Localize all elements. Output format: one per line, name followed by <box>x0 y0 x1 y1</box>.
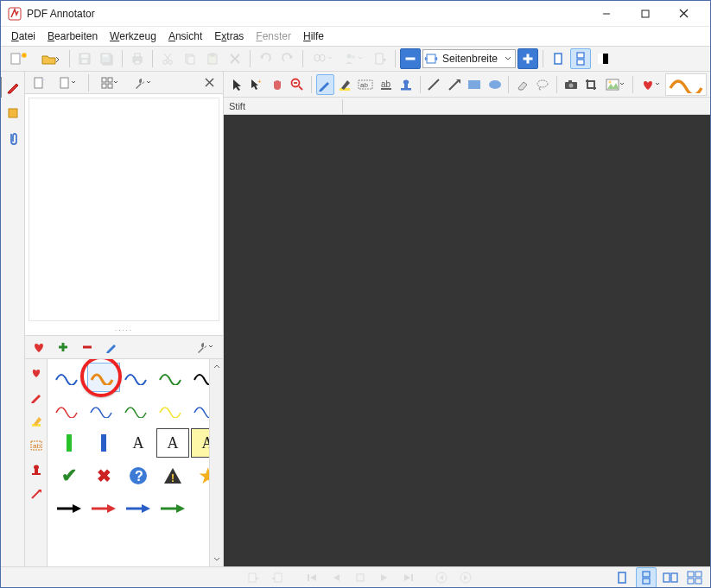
cursor-tool[interactable] <box>227 74 245 95</box>
zoom-in-button[interactable] <box>517 48 538 69</box>
close-panel-button[interactable] <box>199 73 219 93</box>
favorite-heart-button[interactable] <box>29 337 49 357</box>
rectangle-tool[interactable] <box>465 74 483 95</box>
zoom-out-tool[interactable] <box>288 74 306 95</box>
highlighter-tool[interactable] <box>336 74 354 95</box>
cat-pen-red-icon[interactable] <box>28 387 45 408</box>
cat-text-icon[interactable]: ab <box>28 435 45 456</box>
nav-stop-button[interactable] <box>350 567 371 588</box>
people-button[interactable] <box>339 48 368 69</box>
fav-squiggle-yellow-thin[interactable] <box>156 395 189 425</box>
fav-letter-box[interactable]: A <box>156 428 189 458</box>
fav-squiggle-green[interactable] <box>156 363 189 392</box>
zoom-out-button[interactable] <box>400 48 421 69</box>
cat-arrow-icon[interactable] <box>28 484 45 504</box>
fav-highlight-green[interactable] <box>53 428 86 458</box>
fav-arrow-blue[interactable] <box>122 494 155 523</box>
cut-button[interactable] <box>157 48 178 69</box>
delete-button[interactable] <box>225 48 245 69</box>
dark-contrast-button[interactable] <box>593 48 613 69</box>
menu-file[interactable]: DDateiatei <box>6 28 41 44</box>
menu-extras[interactable]: Extras <box>209 28 249 44</box>
continuous-page-button[interactable] <box>570 48 591 69</box>
cat-highlighter-icon[interactable] <box>28 411 45 432</box>
zoom-combo-dropdown[interactable] <box>501 50 515 67</box>
document-canvas[interactable] <box>224 115 710 566</box>
menu-window[interactable]: Fenster <box>251 28 296 44</box>
favorites-settings-button[interactable] <box>190 337 219 357</box>
fav-squiggle-red-thin[interactable] <box>53 395 86 425</box>
favorites-scrollbar[interactable] <box>209 359 223 566</box>
stamp-tool[interactable] <box>397 74 415 95</box>
menu-help[interactable]: Hilfe <box>298 28 329 44</box>
open-button[interactable] <box>35 48 65 69</box>
image-tool[interactable] <box>602 74 628 95</box>
remove-favorite-button[interactable] <box>77 337 98 357</box>
current-tool-swatch[interactable] <box>665 73 707 96</box>
text-box-tool[interactable]: ab <box>356 74 374 95</box>
nav-first-button[interactable] <box>302 567 322 588</box>
new-page-button[interactable] <box>53 73 82 93</box>
thumbnails-button[interactable] <box>95 73 124 93</box>
fav-question[interactable]: ? <box>122 461 155 490</box>
fav-squiggle-blue2[interactable] <box>122 363 155 392</box>
new-document-button[interactable] <box>4 48 34 69</box>
layout-two-up-button[interactable] <box>660 567 681 588</box>
goto-page-button[interactable] <box>370 48 390 69</box>
fav-highlight-blue[interactable] <box>87 428 120 458</box>
fav-arrow-black[interactable] <box>53 494 86 523</box>
text-underline-tool[interactable]: ab <box>377 74 395 95</box>
window-close-button[interactable] <box>664 2 703 26</box>
menu-view[interactable]: Ansicht <box>163 28 207 44</box>
pen-tool[interactable] <box>316 74 334 95</box>
fav-squiggle-orange[interactable] <box>87 363 120 392</box>
paste-button[interactable] <box>202 48 223 69</box>
ellipse-tool[interactable] <box>486 74 504 95</box>
lasso-tool[interactable] <box>534 74 552 95</box>
layout-single-button[interactable] <box>612 567 632 588</box>
layout-two-up-continuous-button[interactable] <box>684 567 705 588</box>
single-page-button[interactable] <box>548 48 568 69</box>
wrench-button[interactable] <box>128 73 157 93</box>
nav-back-button[interactable] <box>431 567 452 588</box>
nav-last-button[interactable] <box>398 567 419 588</box>
splitter-handle[interactable]: ····· <box>25 325 223 335</box>
cursor-plus-tool[interactable]: + <box>247 74 265 95</box>
nav-forward-button[interactable] <box>455 567 476 588</box>
cat-heart-icon[interactable] <box>28 363 45 383</box>
cat-stamp-icon[interactable] <box>28 459 45 480</box>
menu-edit[interactable]: Bearbeiten <box>42 28 103 44</box>
line-tool[interactable] <box>425 74 443 95</box>
crop-tool[interactable] <box>581 74 600 95</box>
save-all-button[interactable] <box>97 48 117 69</box>
scroll-down-icon[interactable] <box>211 553 223 566</box>
pan-tool[interactable] <box>268 74 286 95</box>
menu-tool[interactable]: Werkzeug <box>105 28 162 44</box>
add-favorite-button[interactable] <box>53 337 73 357</box>
window-minimize-button[interactable] <box>587 2 625 26</box>
nav-next-button[interactable] <box>374 567 395 588</box>
favorite-heart-dropdown[interactable] <box>638 74 663 95</box>
fav-letter-plain[interactable]: A <box>122 428 155 458</box>
undo-button[interactable] <box>255 48 276 69</box>
fav-cross[interactable]: ✖ <box>87 461 120 490</box>
find-button[interactable] <box>308 48 337 69</box>
blank-document-button[interactable] <box>29 73 49 93</box>
nav-prev-button[interactable] <box>326 567 346 588</box>
nav-page-b[interactable] <box>267 567 288 588</box>
sidebar-note-icon[interactable] <box>3 101 22 125</box>
edit-favorite-button[interactable] <box>101 337 122 357</box>
save-button[interactable] <box>74 48 95 69</box>
copy-button[interactable] <box>180 48 200 69</box>
fav-warning[interactable]: ! <box>156 461 189 490</box>
camera-tool[interactable] <box>562 74 580 95</box>
fav-checkmark[interactable]: ✔ <box>53 461 86 490</box>
print-button[interactable] <box>127 48 148 69</box>
fav-squiggle-green-thin[interactable] <box>122 395 155 425</box>
document-thumbnail-area[interactable] <box>29 98 219 321</box>
fav-arrow-red[interactable] <box>87 494 120 523</box>
nav-page-a[interactable] <box>243 567 263 588</box>
window-maximize-button[interactable] <box>625 2 664 26</box>
redo-button[interactable] <box>277 48 298 69</box>
fav-squiggle-blue[interactable] <box>53 363 86 392</box>
